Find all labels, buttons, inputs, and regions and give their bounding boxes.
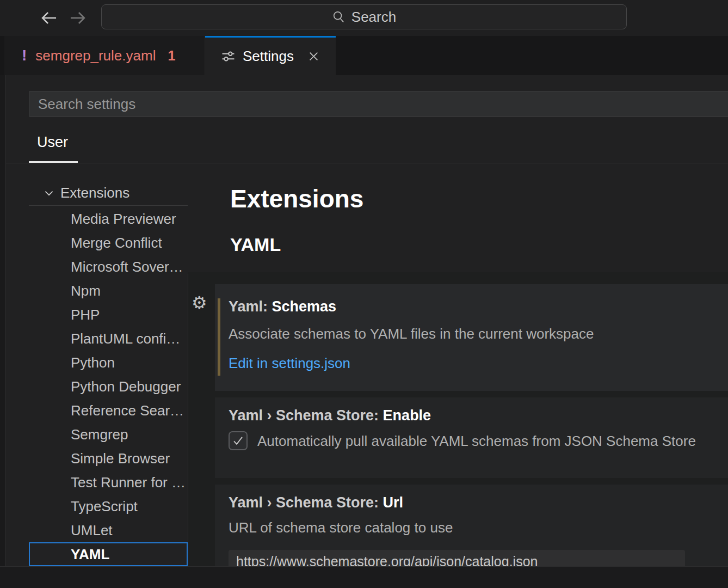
edit-in-settings-json-link[interactable]: Edit in settings.json — [229, 355, 350, 372]
setting-title-key: Url — [383, 494, 404, 511]
editor-left-rail — [0, 75, 6, 566]
editor-tab-bar: ! semgrep_rule.yaml 1 Settings — [0, 36, 728, 75]
close-tab-button[interactable] — [307, 50, 320, 63]
toc-item-label: Simple Browser — [71, 450, 170, 467]
toc-item[interactable]: Microsoft Sover… — [29, 255, 188, 279]
toc-item[interactable]: Python — [29, 351, 188, 375]
settings-heading: Extensions — [230, 184, 363, 213]
scope-tab-active-underline — [29, 161, 78, 163]
setting-title-key: Schemas — [272, 298, 337, 315]
checkbox-label: Automatically pull available YAML schema… — [257, 433, 696, 450]
arrow-right-icon — [67, 8, 88, 28]
toc-item-label: Semgrep — [71, 426, 128, 443]
setting-row-schema-store-url[interactable]: Yaml › Schema Store: Url URL of schema s… — [215, 485, 728, 566]
toc-item[interactable]: Simple Browser — [29, 446, 188, 470]
settings-search-input[interactable] — [29, 91, 728, 117]
tab-problem-badge: 1 — [168, 48, 175, 64]
toc-item-label: YAML — [71, 546, 109, 562]
modified-setting-indicator — [218, 298, 220, 376]
toc-item-label: Python Debugger — [71, 378, 181, 395]
setting-title: Yaml › Schema Store: Enable — [229, 406, 431, 425]
setting-title: Yaml: Schemas — [229, 297, 336, 316]
toc-item[interactable]: Semgrep — [29, 422, 188, 446]
toc-extension-list: Media Previewer Merge Conflict Microsoft… — [29, 207, 188, 566]
toc-item-label: UMLet — [71, 522, 113, 538]
navigate-forward-button[interactable] — [67, 7, 89, 29]
bottom-panel-edge — [0, 566, 728, 588]
tab-settings[interactable]: Settings — [205, 36, 336, 75]
setting-title-key: Enable — [383, 407, 431, 424]
setting-gear-icon[interactable]: ⚙ — [192, 294, 207, 311]
settings-editor: User Extensions Media Previewer Merge Co… — [0, 75, 728, 566]
toc-item-label: PlantUML confi… — [71, 330, 180, 347]
setting-description: URL of schema store catalog to use — [229, 519, 453, 536]
setting-row-schema-store-enable[interactable]: Yaml › Schema Store: Enable Automaticall… — [215, 397, 728, 478]
search-icon — [332, 10, 346, 24]
toc-item-label: Test Runner for … — [71, 474, 186, 491]
toc-item[interactable]: YAML — [29, 542, 188, 566]
toc-root-label: Extensions — [60, 185, 129, 201]
setting-title-prefix: Yaml › Schema Store: — [229, 494, 383, 511]
scope-tab-user[interactable]: User — [37, 134, 68, 151]
chevron-down-icon — [43, 187, 55, 199]
toc-item[interactable]: Test Runner for … — [29, 470, 188, 494]
toc-item-label: Reference Sear… — [71, 402, 184, 419]
title-bar: Search — [0, 0, 728, 36]
setting-title-prefix: Yaml › Schema Store: — [229, 407, 383, 424]
toc-item[interactable]: Npm — [29, 279, 188, 303]
vscode-window: Search ! semgrep_rule.yaml 1 Settings — [0, 0, 728, 588]
command-center-label: Search — [351, 9, 396, 26]
settings-sliders-icon — [221, 49, 236, 64]
arrow-left-icon — [39, 8, 59, 28]
toc-item[interactable]: Merge Conflict — [29, 231, 188, 255]
schema-store-url-input[interactable] — [229, 550, 685, 566]
toc-item-label: Media Previewer — [71, 211, 176, 227]
toc-item[interactable]: Python Debugger — [29, 375, 188, 399]
error-indicator-icon: ! — [22, 47, 27, 64]
setting-title: Yaml › Schema Store: Url — [229, 493, 403, 512]
command-center-search[interactable]: Search — [101, 4, 627, 29]
toc-item-label: Npm — [71, 283, 101, 299]
toc-item[interactable]: PHP — [29, 303, 188, 327]
toc-item[interactable]: PlantUML confi… — [29, 327, 188, 351]
tab-semgrep-rule-yaml[interactable]: ! semgrep_rule.yaml 1 — [4, 36, 205, 75]
navigate-back-button[interactable] — [38, 7, 60, 29]
toc-item-extensions[interactable]: Extensions — [29, 181, 188, 205]
tab-label: semgrep_rule.yaml — [35, 47, 156, 64]
toc-divider — [29, 205, 188, 206]
toc-item[interactable]: Reference Sear… — [29, 399, 188, 422]
toc-item-label: Python — [71, 354, 115, 371]
enable-checkbox[interactable] — [229, 431, 248, 450]
tab-label: Settings — [243, 48, 294, 65]
toc-item[interactable]: UMLet — [29, 518, 188, 542]
checkmark-icon — [231, 434, 245, 448]
setting-title-prefix: Yaml: — [229, 298, 272, 315]
scope-bar-divider — [6, 163, 728, 163]
toc-item[interactable]: TypeScript — [29, 494, 188, 518]
toc-item-label: Merge Conflict — [71, 235, 162, 251]
settings-subheading: YAML — [230, 234, 281, 255]
toc-item[interactable]: Media Previewer — [29, 207, 188, 231]
toc-item-label: Microsoft Sover… — [71, 259, 183, 275]
toc-item-label: PHP — [71, 307, 100, 323]
toc-item-label: TypeScript — [71, 498, 138, 514]
setting-row-yaml-schemas[interactable]: Yaml: Schemas Associate schemas to YAML … — [215, 284, 728, 391]
settings-toc-tree: Extensions Media Previewer Merge Conflic… — [29, 181, 188, 566]
setting-description: Associate schemas to YAML files in the c… — [229, 326, 594, 342]
